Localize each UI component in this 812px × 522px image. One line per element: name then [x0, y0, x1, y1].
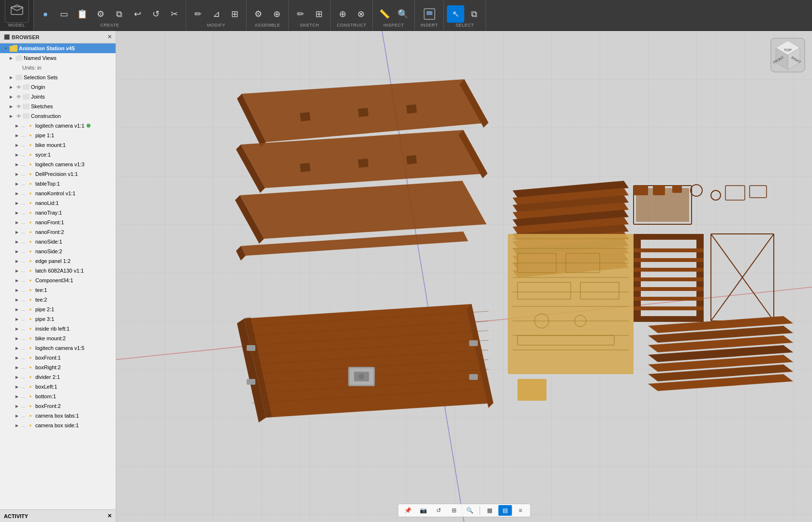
pipe-1-1-eye-icon[interactable]: ● [28, 133, 33, 138]
browser-item-sketches[interactable]: ▶ 👁 Sketches [0, 102, 116, 111]
insert-icon1[interactable] [421, 5, 438, 23]
boxfront-1-eye-icon[interactable]: ● [28, 355, 33, 360]
browser-item-boxleft-1[interactable]: ▶...●boxLeft:1 [0, 382, 116, 392]
browser-item-joints[interactable]: ▶ 👁 Joints [0, 92, 116, 102]
assemble-icon2[interactable]: ⊕ [268, 5, 285, 23]
tee-2-eye-icon[interactable]: ● [28, 297, 33, 302]
browser-item-boxright-2[interactable]: ▶...●boxRight:2 [0, 362, 116, 372]
pipe-2-1-eye-icon[interactable]: ● [28, 307, 33, 312]
browser-item-pipe-3-1[interactable]: ▶...●pipe 3:1 [0, 314, 116, 324]
boxfront-2-eye-icon[interactable]: ● [28, 404, 33, 408]
nanolid-1-arrow[interactable]: ▶ [15, 201, 21, 205]
browser-item-nanofront-1[interactable]: ▶...●nanoFront:1 [0, 218, 116, 227]
camera-box-side-1-arrow[interactable]: ▶ [15, 423, 21, 428]
tee-1-eye-icon[interactable]: ● [28, 288, 33, 292]
selection-sets-arrow[interactable]: ▶ [10, 75, 15, 80]
joints-arrow[interactable]: ▶ [10, 95, 15, 99]
latch-6082a130-v1-1-arrow[interactable]: ▶ [15, 269, 21, 273]
boxleft-1-arrow[interactable]: ▶ [15, 385, 21, 389]
browser-item-bike-mount-1[interactable]: ▶...●bike mount:1 [0, 140, 116, 150]
create-extrude-icon[interactable]: 📋 [74, 5, 91, 23]
browser-item-construction[interactable]: ▶ 👁 Construction [0, 111, 116, 121]
pipe-3-1-arrow[interactable]: ▶ [15, 317, 21, 321]
create-sphere-icon[interactable]: ● [37, 5, 54, 23]
browser-item-nanotray-1[interactable]: ▶...●nanoTray:1 [0, 208, 116, 218]
divider-2-1-arrow[interactable]: ▶ [15, 375, 21, 379]
boxfront-2-arrow[interactable]: ▶ [15, 404, 21, 408]
bottom-1-eye-icon[interactable]: ● [28, 394, 33, 399]
browser-item-syce-1[interactable]: ▶...●syce:1 [0, 150, 116, 160]
status-orbit-icon[interactable]: ↺ [432, 505, 445, 516]
tee-2-arrow[interactable]: ▶ [15, 298, 21, 302]
browser-item-boxfront-2[interactable]: ▶...●boxFront:2 [0, 401, 116, 411]
status-display1-icon[interactable]: ▦ [483, 505, 496, 516]
boxleft-1-eye-icon[interactable]: ● [28, 384, 33, 389]
browser-item-bike-mount-2[interactable]: ▶...●bike mount:2 [0, 334, 116, 343]
nanofront-2-arrow[interactable]: ▶ [15, 230, 21, 234]
sketch-icon2[interactable]: ⊞ [310, 5, 327, 23]
pipe-3-1-eye-icon[interactable]: ● [28, 317, 33, 321]
browser-item-tee-1[interactable]: ▶...●tee:1 [0, 285, 116, 295]
viewport[interactable]: TOP RIGHT FRONT 📌 📷 ↺ ⊞ 🔍 ▦ ▤ ≡ [116, 31, 812, 522]
latch-6082a130-v1-1-eye-icon[interactable]: ● [28, 268, 33, 273]
logitech-camera-v1-1-eye-icon[interactable]: ● [28, 123, 33, 128]
sketches-arrow[interactable]: ▶ [10, 104, 15, 109]
sketch-icon1[interactable]: ✏ [292, 5, 309, 23]
nanotray-1-eye-icon[interactable]: ● [28, 210, 33, 215]
inspect-icon2[interactable]: 🔍 [394, 5, 412, 23]
browser-item-camera-box-tabs-1[interactable]: ▶...●camera box tabs:1 [0, 411, 116, 420]
browser-item-logitech-camera-v1-5[interactable]: ▶...●logitech camera v1:5 [0, 343, 116, 353]
syce-1-arrow[interactable]: ▶ [15, 153, 21, 157]
boxright-2-eye-icon[interactable]: ● [28, 365, 33, 370]
status-pin-icon[interactable]: 📌 [401, 505, 414, 516]
sketches-eye-icon[interactable]: 👁 [15, 104, 22, 109]
browser-item-tabletop-1[interactable]: ▶...●tableTop:1 [0, 179, 116, 188]
status-display3-icon[interactable]: ≡ [514, 505, 527, 516]
create-box-icon[interactable]: ▭ [55, 5, 73, 23]
bike-mount-2-arrow[interactable]: ▶ [15, 336, 21, 341]
browser-item-inside-rib-left-1[interactable]: ▶...●inside rib left:1 [0, 324, 116, 334]
browser-item-divider-2-1[interactable]: ▶...●divider 2:1 [0, 372, 116, 382]
edge-panel-1-2-arrow[interactable]: ▶ [15, 259, 21, 263]
logitech-camera-v1-5-arrow[interactable]: ▶ [15, 346, 21, 350]
boxfront-1-arrow[interactable]: ▶ [15, 356, 21, 360]
logitech-camera-v1-1-arrow[interactable]: ▶ [15, 124, 21, 128]
create-cut-icon[interactable]: ✂ [165, 5, 183, 23]
inspect-icon1[interactable]: 📏 [376, 5, 393, 23]
syce-1-eye-icon[interactable]: ● [28, 152, 33, 157]
logitech-camera-v1-3-eye-icon[interactable]: ● [28, 162, 33, 167]
logitech-camera-v1-3-arrow[interactable]: ▶ [15, 162, 21, 167]
create-revolve-icon[interactable]: ⚙ [92, 5, 109, 23]
status-camera-icon[interactable]: 📷 [416, 505, 430, 516]
browser-item-edge-panel-1-2[interactable]: ▶...●edge panel 1:2 [0, 256, 116, 266]
modify-icon2[interactable]: ⊿ [207, 5, 225, 23]
nanoside-1-arrow[interactable]: ▶ [15, 240, 21, 244]
browser-item-pipe-1-1[interactable]: ▶...●pipe 1:1 [0, 130, 116, 140]
create-loft-icon[interactable]: ⧉ [110, 5, 128, 23]
dellprecision-v1-1-eye-icon[interactable]: ● [28, 172, 33, 176]
status-display2-icon[interactable]: ▤ [498, 505, 512, 516]
bike-mount-1-eye-icon[interactable]: ● [28, 143, 33, 147]
nanofront-1-eye-icon[interactable]: ● [28, 220, 33, 225]
browser-item-nanoside-1[interactable]: ▶...●nanoSide:1 [0, 237, 116, 246]
inside-rib-left-1-arrow[interactable]: ▶ [15, 327, 21, 331]
dellprecision-v1-1-arrow[interactable]: ▶ [15, 172, 21, 176]
nanokontrol-v1-1-arrow[interactable]: ▶ [15, 191, 21, 196]
named-views-arrow[interactable]: ▶ [10, 56, 15, 60]
nanofront-1-arrow[interactable]: ▶ [15, 220, 21, 225]
origin-arrow[interactable]: ▶ [10, 85, 15, 89]
browser-item-origin[interactable]: ▶ 👁 Origin [0, 82, 116, 92]
camera-box-side-1-eye-icon[interactable]: ● [28, 423, 33, 428]
browser-item-nanolid-1[interactable]: ▶...●nanoLid:1 [0, 198, 116, 208]
component34-1-eye-icon[interactable]: ● [28, 278, 33, 283]
browser-item-boxfront-1[interactable]: ▶...●boxFront:1 [0, 353, 116, 362]
nanokontrol-v1-1-eye-icon[interactable]: ● [28, 191, 33, 196]
browser-item-named-views[interactable]: ▶ Named Views [0, 53, 116, 63]
create-undo-icon[interactable]: ↩ [129, 5, 146, 23]
construct-icon2[interactable]: ⊗ [352, 5, 369, 23]
joints-eye-icon[interactable]: 👁 [15, 94, 22, 100]
nanoside-2-arrow[interactable]: ▶ [15, 249, 21, 254]
browser-root-item[interactable]: ▼ Animation Station v45 [0, 44, 116, 53]
nanolid-1-eye-icon[interactable]: ● [28, 201, 33, 205]
tabletop-1-eye-icon[interactable]: ● [28, 181, 33, 186]
